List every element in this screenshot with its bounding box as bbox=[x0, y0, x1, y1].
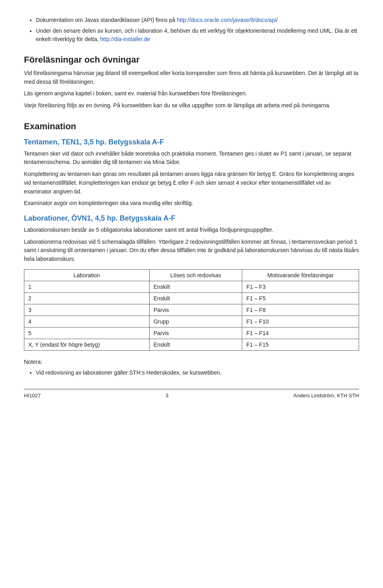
col-header-motsvarande: Motsvarande föreläsningar bbox=[242, 269, 359, 281]
examination-heading: Examination bbox=[24, 121, 359, 132]
tentamen-subheading: Tentamen, TEN1, 3,5 hp. Betygsskala A-F bbox=[24, 138, 359, 146]
footer-bar: HI1027 3 Anders Lindström, KTH STH bbox=[24, 389, 359, 401]
laboration-table: Laboration Löses och redovisas Motsvaran… bbox=[24, 269, 359, 351]
table-row: 3ParvisF1 – F8 bbox=[24, 304, 359, 316]
footer-left: HI1027 bbox=[24, 393, 41, 399]
api-link[interactable]: http://docs.oracle.com/javase/8/docs/api… bbox=[177, 17, 278, 23]
table-row: X, Y (endast för högre betyg)EnskiltF1 –… bbox=[24, 339, 359, 350]
table-cell: X, Y (endast för högre betyg) bbox=[24, 339, 150, 350]
table-cell: Parvis bbox=[149, 327, 242, 339]
forelasningar-para2: Läs igenom angivna kapitel i boken, samt… bbox=[24, 89, 359, 98]
laborationer-subheading: Laborationer, ÖVN1, 4,5 hp. Betygsskala … bbox=[24, 214, 359, 223]
forelasningar-para1: Vid föreläsningarna hänvisar jag ibland … bbox=[24, 69, 359, 86]
notera-bullet-list: Vid redovisning av laborationer gäller S… bbox=[36, 369, 359, 377]
table-cell: Enskilt bbox=[149, 339, 242, 350]
laborationer-para2: Laborationerna redovisas vid 5 schemalag… bbox=[24, 238, 359, 264]
table-row: 5ParvisF1 – F14 bbox=[24, 327, 359, 339]
table-cell: F1 – F10 bbox=[242, 316, 359, 327]
footer-center: 3 bbox=[166, 393, 168, 399]
table-cell: F1 – F5 bbox=[242, 292, 359, 304]
table-cell: F1 – F8 bbox=[242, 304, 359, 316]
dia-link[interactable]: http://dia-installer.de bbox=[100, 36, 150, 42]
col-header-loses: Löses och redovisas bbox=[149, 269, 242, 281]
notera-bullet-1: Vid redovisning av laborationer gäller S… bbox=[36, 369, 359, 377]
intro-bullet-2: Under den senare delen av kursen, och i … bbox=[36, 27, 359, 43]
notera-label: Notera: bbox=[24, 358, 359, 367]
table-cell: F1 – F15 bbox=[242, 339, 359, 350]
intro-bullet-list: Dokumentation om Javas standardklasser (… bbox=[36, 16, 359, 43]
table-row: 2EnskiltF1 – F5 bbox=[24, 292, 359, 304]
table-row: 1EnskiltF1 – F3 bbox=[24, 281, 359, 292]
laborationer-para1: Laborationskursen består av 5 obligatori… bbox=[24, 226, 359, 235]
tentamen-para2: Komplettering av tentamen kan göras om r… bbox=[24, 170, 359, 196]
tentamen-para1: Tentamen sker vid dator och innehåller b… bbox=[24, 150, 359, 167]
forelasningar-heading: Föreläsningar och övningar bbox=[24, 55, 359, 65]
table-cell: Grupp bbox=[149, 316, 242, 327]
footer-right: Anders Lindström, KTH STH bbox=[293, 393, 359, 399]
table-cell: F1 – F14 bbox=[242, 327, 359, 339]
table-cell: 3 bbox=[24, 304, 150, 316]
forelasningar-para3: Varje föreläsning följs av en övning. På… bbox=[24, 101, 359, 110]
table-cell: Parvis bbox=[149, 304, 242, 316]
table-header-row: Laboration Löses och redovisas Motsvaran… bbox=[24, 269, 359, 281]
table-cell: Enskilt bbox=[149, 292, 242, 304]
table-cell: 2 bbox=[24, 292, 150, 304]
table-row: 4GruppF1 – F10 bbox=[24, 316, 359, 327]
table-cell: 5 bbox=[24, 327, 150, 339]
tentamen-para3: Examinator avgör om kompletteringen ska … bbox=[24, 199, 359, 208]
table-cell: F1 – F3 bbox=[242, 281, 359, 292]
table-cell: Enskilt bbox=[149, 281, 242, 292]
col-header-laboration: Laboration bbox=[24, 269, 150, 281]
table-cell: 1 bbox=[24, 281, 150, 292]
intro-bullet-1: Dokumentation om Javas standardklasser (… bbox=[36, 16, 359, 24]
table-cell: 4 bbox=[24, 316, 150, 327]
